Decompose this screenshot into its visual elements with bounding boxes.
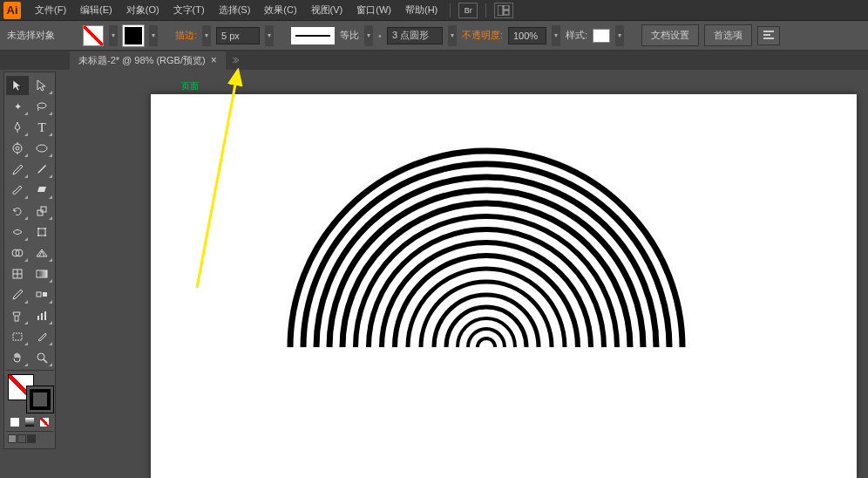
- watermark: 系统之家 XITONGZHIJIA.NET: [749, 446, 856, 469]
- magic-wand-tool[interactable]: ✦: [6, 97, 29, 116]
- menu-edit[interactable]: 编辑(E): [73, 1, 119, 19]
- blob-brush-tool[interactable]: [6, 181, 29, 200]
- brush-input[interactable]: [387, 27, 443, 44]
- close-icon[interactable]: ×: [211, 54, 217, 66]
- symbol-sprayer-tool[interactable]: [6, 306, 29, 325]
- svg-rect-28: [37, 316, 39, 320]
- paintbrush-tool[interactable]: [6, 160, 29, 179]
- svg-rect-1: [504, 5, 509, 10]
- svg-rect-5: [763, 38, 774, 39]
- blend-tool[interactable]: [31, 285, 53, 304]
- screen-mode-row: [6, 434, 53, 443]
- stroke-dropdown[interactable]: [149, 25, 158, 46]
- gradient-tool[interactable]: [31, 264, 53, 283]
- arrange-docs-icon[interactable]: [494, 3, 513, 18]
- artboard[interactable]: [151, 94, 857, 478]
- style-swatch[interactable]: [593, 29, 610, 43]
- stroke-weight-input[interactable]: [216, 27, 260, 44]
- stroke-weight-dropdown[interactable]: [265, 25, 274, 46]
- svg-rect-14: [38, 229, 45, 236]
- menu-help[interactable]: 帮助(H): [398, 1, 444, 19]
- separator: [485, 3, 486, 17]
- color-mode-gradient[interactable]: [23, 416, 37, 428]
- canvas-area: 页面: [68, 70, 868, 478]
- profile-dropdown[interactable]: [364, 25, 373, 46]
- uniform-label: 等比: [340, 29, 359, 42]
- menu-type[interactable]: 文字(T): [166, 1, 212, 19]
- direct-selection-tool[interactable]: [31, 76, 53, 95]
- menu-window[interactable]: 窗口(W): [349, 1, 398, 19]
- watermark-subtext: XITONGZHIJIA.NET: [778, 461, 856, 469]
- lasso-tool[interactable]: [31, 97, 53, 116]
- draw-inside[interactable]: [27, 434, 36, 443]
- opacity-dropdown[interactable]: [552, 25, 560, 46]
- opacity-label: 不透明度:: [462, 29, 503, 42]
- stroke-color[interactable]: [27, 386, 53, 413]
- app-logo: Ai: [3, 2, 21, 19]
- selection-tool[interactable]: [6, 76, 29, 95]
- svg-point-17: [37, 235, 39, 236]
- doc-setup-button[interactable]: 文档设置: [641, 24, 699, 46]
- pen-tool[interactable]: [6, 118, 29, 137]
- brush-dropdown[interactable]: [448, 25, 457, 46]
- menu-view[interactable]: 视图(V): [304, 1, 350, 19]
- fill-stroke-control[interactable]: [6, 374, 55, 413]
- line-segment-tool[interactable]: [6, 139, 29, 158]
- menu-select[interactable]: 选择(S): [212, 1, 258, 19]
- color-mode-none[interactable]: [37, 416, 51, 428]
- rotate-tool[interactable]: [6, 201, 29, 221]
- menu-object[interactable]: 对象(O): [119, 1, 166, 19]
- column-graph-tool[interactable]: [31, 306, 53, 325]
- tab-title: 未标题-2* @ 98% (RGB/预览): [78, 54, 206, 67]
- svg-rect-25: [37, 292, 41, 297]
- menu-effect[interactable]: 效果(C): [257, 1, 303, 19]
- svg-rect-24: [37, 270, 47, 277]
- artwork-semicircles: [151, 94, 857, 478]
- width-tool[interactable]: [6, 222, 29, 242]
- svg-point-32: [37, 353, 44, 360]
- mesh-tool[interactable]: [6, 264, 29, 283]
- preferences-button[interactable]: 首选项: [704, 24, 752, 46]
- tab-overflow-icon[interactable]: [229, 55, 241, 65]
- rectangle-tool[interactable]: [31, 139, 53, 158]
- svg-rect-2: [504, 10, 509, 15]
- selection-status: 未选择对象: [7, 29, 55, 42]
- stroke-weight-link[interactable]: [202, 25, 211, 46]
- draw-behind[interactable]: [17, 434, 26, 443]
- fill-dropdown[interactable]: [109, 25, 118, 46]
- color-mode-row: [6, 416, 53, 428]
- options-bar: 未选择对象 描边: 等比 • 不透明度: 样式: 文档设置 首选项: [0, 21, 868, 51]
- style-dropdown[interactable]: [615, 25, 624, 46]
- svg-point-18: [44, 235, 46, 236]
- profile-preview[interactable]: [291, 27, 335, 44]
- pencil-tool[interactable]: [31, 160, 53, 179]
- fill-swatch[interactable]: [83, 25, 104, 46]
- eyedropper-tool[interactable]: [6, 285, 29, 304]
- artboard-label: 页面: [181, 80, 199, 92]
- svg-rect-31: [13, 333, 22, 340]
- svg-rect-12: [37, 210, 43, 215]
- align-button[interactable]: [757, 26, 780, 45]
- bridge-icon[interactable]: Br: [458, 3, 478, 18]
- hand-tool[interactable]: [6, 348, 29, 367]
- svg-point-16: [44, 228, 46, 229]
- svg-rect-3: [763, 31, 774, 32]
- svg-point-6: [37, 103, 46, 108]
- draw-normal[interactable]: [8, 434, 17, 443]
- document-tab[interactable]: 未标题-2* @ 98% (RGB/预览) ×: [70, 51, 226, 70]
- opacity-input[interactable]: [508, 27, 546, 44]
- menu-file[interactable]: 文件(F): [28, 1, 73, 19]
- shape-builder-tool[interactable]: [6, 243, 29, 263]
- zoom-tool[interactable]: [31, 348, 53, 367]
- slice-tool[interactable]: [31, 327, 53, 346]
- scale-tool[interactable]: [31, 201, 53, 221]
- free-transform-tool[interactable]: [31, 222, 53, 242]
- eraser-tool[interactable]: [31, 181, 53, 200]
- svg-rect-4: [763, 34, 770, 36]
- tools-panel: ✦ T: [3, 72, 56, 449]
- color-mode-solid[interactable]: [8, 416, 22, 428]
- stroke-swatch[interactable]: [123, 25, 144, 46]
- type-tool[interactable]: T: [31, 118, 53, 137]
- perspective-grid-tool[interactable]: [31, 243, 53, 263]
- artboard-tool[interactable]: [6, 327, 29, 346]
